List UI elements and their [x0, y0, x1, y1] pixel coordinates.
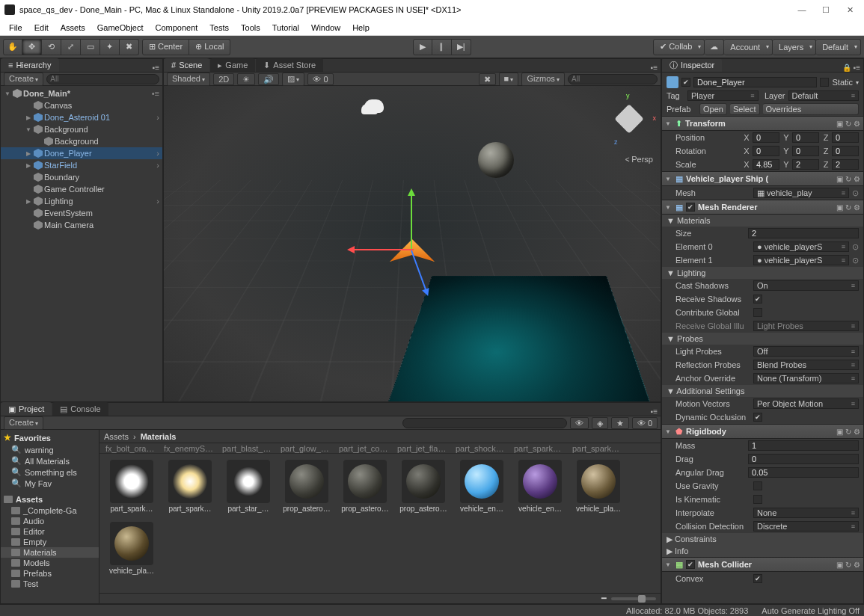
gizmo-y-axis[interactable]	[411, 191, 412, 250]
tab-console[interactable]: ▤Console	[52, 402, 108, 416]
menu-window[interactable]: Window	[305, 19, 346, 36]
light-probes-dropdown[interactable]: Off	[753, 346, 859, 357]
hierarchy-item[interactable]: Main Camera	[1, 219, 162, 231]
asset-label[interactable]: part_spark…	[572, 444, 625, 453]
scale-y-input[interactable]	[792, 159, 819, 170]
asset-label[interactable]: part_spark…	[514, 444, 566, 453]
mesh-field[interactable]: ▦ vehicle_play	[753, 188, 849, 198]
tab-asset-store[interactable]: ⬇Asset Store	[256, 58, 323, 72]
folder-item[interactable]: Materials	[1, 547, 99, 558]
scene-asteroid[interactable]	[478, 142, 514, 178]
favorite-item[interactable]: 🔍warning	[1, 444, 99, 455]
asset-label[interactable]: part_blast_…	[222, 444, 275, 453]
menu-file[interactable]: File	[3, 19, 28, 36]
account-dropdown[interactable]: Account	[724, 39, 773, 55]
inspector-options-icon[interactable]: 🔒 ▪≡	[839, 64, 863, 72]
gizmos-dropdown[interactable]: Gizmos	[521, 73, 565, 86]
dynamic-occlusion-checkbox[interactable]: ✔	[753, 413, 762, 422]
hierarchy-item[interactable]: Game Controller	[1, 183, 162, 195]
active-checkbox[interactable]: ✔	[681, 78, 690, 87]
step-button[interactable]: ▶|	[452, 39, 471, 55]
asset-grid[interactable]: part_spark…part_spark…part_star_…prop_as…	[99, 454, 661, 593]
folder-item[interactable]: Empty	[1, 537, 99, 547]
menu-tutorial[interactable]: Tutorial	[266, 19, 305, 36]
pause-button[interactable]: ∥	[432, 39, 452, 55]
project-options-icon[interactable]: ▪≡	[648, 407, 661, 416]
info-header[interactable]: ▶ Info	[662, 545, 863, 557]
contribute-gi-checkbox[interactable]	[753, 308, 762, 317]
tab-scene[interactable]: #Scene	[164, 58, 209, 72]
orientation-gizmo[interactable]: x y z	[604, 93, 655, 144]
pos-x-input[interactable]	[753, 132, 779, 143]
hierarchy-item[interactable]: Boundary	[1, 171, 162, 183]
assets-header[interactable]: Assets	[1, 493, 99, 505]
reflection-probes-dropdown[interactable]: Blend Probes	[753, 360, 859, 370]
pos-z-input[interactable]	[832, 132, 859, 143]
menu-edit[interactable]: Edit	[28, 19, 55, 36]
persp-label[interactable]: < Persp	[625, 155, 653, 164]
maximize-button[interactable]: ☐	[821, 5, 831, 15]
asset-item[interactable]: part_star_…	[222, 460, 275, 513]
layout-dropdown[interactable]: Default	[816, 39, 861, 55]
shading-dropdown[interactable]: Shaded	[167, 73, 210, 86]
asset-label[interactable]: part_jet_co…	[339, 444, 391, 453]
static-checkbox[interactable]	[820, 78, 829, 87]
project-hidden-icon[interactable]: 👁 0	[632, 417, 658, 429]
folder-item[interactable]: Editor	[1, 526, 99, 537]
hierarchy-item[interactable]: Background	[1, 135, 162, 147]
mass-input[interactable]	[748, 440, 859, 451]
is-kinematic-checkbox[interactable]	[753, 495, 762, 504]
asset-item[interactable]: part_spark…	[164, 460, 216, 513]
favorite-item[interactable]: 🔍Something els	[1, 466, 99, 478]
collab-dropdown[interactable]: ✔ Collab	[653, 39, 705, 55]
asset-label[interactable]: fx_enemySh…	[164, 444, 216, 453]
menu-tests[interactable]: Tests	[203, 19, 235, 36]
rect-tool[interactable]: ▭	[81, 39, 100, 55]
thumbnail-size-slider[interactable]: ━	[99, 593, 661, 603]
asset-label[interactable]: part_shock…	[456, 444, 508, 453]
play-button[interactable]: ▶	[413, 39, 432, 55]
project-folder-tree[interactable]: ★Favorites 🔍warning🔍All Materials🔍Someth…	[1, 430, 99, 603]
component-menu-icon[interactable]: ▣ ↻ ⚙	[836, 120, 860, 128]
scene-camera-icon[interactable]: ■	[499, 73, 519, 86]
asset-item[interactable]: vehicle_pla…	[572, 460, 625, 513]
hierarchy-item[interactable]: ▶Done_Asteroid 01›	[1, 111, 162, 123]
scene-tools-icon[interactable]: ✖	[479, 73, 496, 85]
hierarchy-item[interactable]: ▶Done_Player›	[1, 147, 162, 159]
meshcollider-header[interactable]: ▼▦✔Mesh Collider ▣ ↻ ⚙	[662, 557, 863, 572]
asset-item[interactable]: prop_astero…	[397, 460, 450, 513]
scene-row[interactable]: ▼ Done_Main* •≡	[1, 87, 162, 99]
asset-item[interactable]: vehicle_en…	[514, 460, 566, 513]
project-create-dropdown[interactable]: Create	[4, 416, 43, 430]
asset-label[interactable]: part_glow_…	[281, 444, 333, 453]
scene-options-icon[interactable]: ▪≡	[648, 64, 661, 72]
tag-dropdown[interactable]: Player	[687, 90, 759, 101]
favorites-header[interactable]: ★Favorites	[1, 431, 99, 444]
scale-z-input[interactable]	[832, 159, 859, 170]
rigidbody-header[interactable]: ▼⬟Rigidbody ▣ ↻ ⚙	[662, 424, 863, 439]
folder-item[interactable]: Models	[1, 558, 99, 568]
gameobject-icon[interactable]	[667, 76, 678, 88]
cloud-button[interactable]: ☁	[705, 39, 724, 55]
scene-hidden-toggle[interactable]: 👁 0	[307, 73, 333, 85]
rot-y-input[interactable]	[792, 146, 819, 156]
receive-shadows-checkbox[interactable]: ✔	[753, 295, 762, 304]
asset-label[interactable]: part_jet_fla…	[397, 444, 450, 453]
rotate-tool[interactable]: ⟲	[42, 39, 61, 55]
scene-light-toggle[interactable]: ☀	[237, 73, 255, 85]
hierarchy-item[interactable]: ▼Background	[1, 123, 162, 135]
tab-project[interactable]: ▣Project	[1, 402, 52, 416]
tab-game[interactable]: ▸Game	[210, 58, 255, 72]
interpolate-dropdown[interactable]: None	[753, 508, 859, 518]
convex-checkbox[interactable]: ✔	[753, 574, 762, 583]
scene-fx-toggle[interactable]: ▨	[282, 73, 304, 86]
layer-dropdown[interactable]: Default	[788, 90, 860, 101]
project-type-icon[interactable]: ◈	[592, 417, 608, 429]
menu-help[interactable]: Help	[346, 19, 376, 36]
menu-assets[interactable]: Assets	[55, 19, 91, 36]
angular-drag-input[interactable]	[748, 467, 859, 478]
pivot-center-button[interactable]: ⊞ Center	[142, 39, 189, 55]
transform-header[interactable]: ▼⬆Transform ▣ ↻ ⚙	[662, 116, 863, 131]
menu-component[interactable]: Component	[149, 19, 203, 36]
constraints-header[interactable]: ▶ Constraints	[662, 533, 863, 545]
